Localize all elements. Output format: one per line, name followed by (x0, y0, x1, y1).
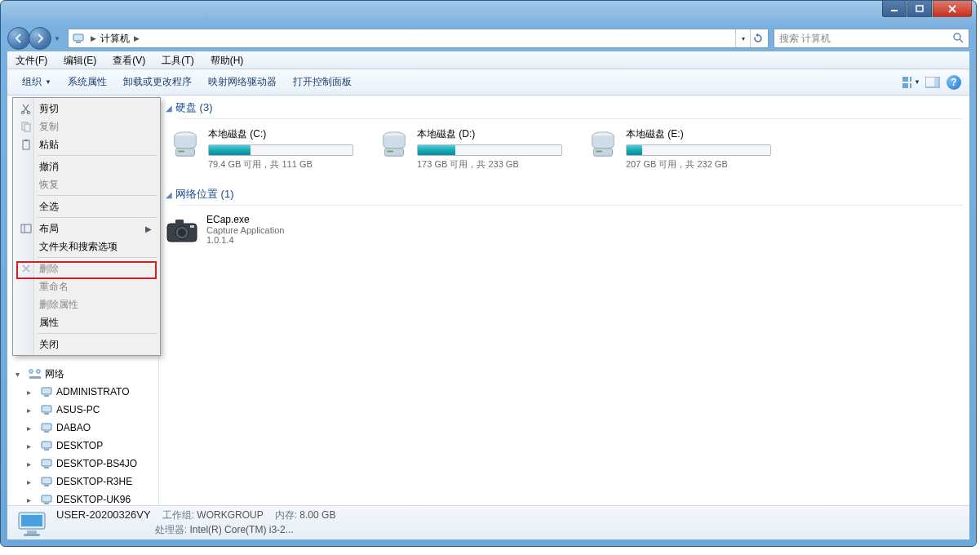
menu-tools[interactable]: 工具(T) (158, 52, 197, 69)
breadcrumb-sep-icon[interactable]: ▶ (88, 34, 99, 42)
organize-button[interactable]: 组织 ▼ (14, 72, 60, 92)
menu-view[interactable]: 查看(V) (109, 52, 149, 69)
organize-dropdown: 剪切 复制 粘贴 撤消 恢复 全选 布局 ▶ 文件夹和搜索选项 (12, 97, 161, 356)
copy-icon (20, 120, 33, 133)
tree-computer-item[interactable]: ▸ADMINISTRATO (7, 383, 158, 401)
menu-help[interactable]: 帮助(H) (207, 52, 247, 69)
computer-icon (72, 32, 85, 45)
breadcrumb-sep-icon[interactable]: ▶ (131, 34, 142, 42)
menu-remove-properties[interactable]: 删除属性 (15, 295, 158, 313)
preview-pane-button[interactable] (924, 73, 942, 91)
menu-folder-search-options[interactable]: 文件夹和搜索选项 (15, 238, 158, 255)
menu-redo[interactable]: 恢复 (15, 175, 158, 193)
menu-delete[interactable]: 删除 (15, 260, 158, 278)
svg-point-4 (954, 33, 960, 40)
nav-bar: ▼ ▶ 计算机 ▶ ▾ 搜索 计算机 (1, 25, 976, 51)
svg-rect-3 (76, 42, 81, 43)
minimize-button[interactable] (882, 1, 907, 17)
drive-name: 本地磁盘 (C:) (208, 127, 361, 141)
computer-icon (40, 404, 53, 415)
menu-delete-label: 删除 (39, 262, 59, 276)
menu-rename[interactable]: 重命名 (15, 278, 158, 295)
computer-icon (40, 476, 53, 487)
menu-file[interactable]: 文件(F) (12, 52, 51, 69)
svg-rect-28 (44, 503, 49, 504)
address-dropdown-button[interactable]: ▾ (735, 29, 750, 47)
svg-point-40 (178, 229, 186, 237)
network-group-header[interactable]: ◢ 网络位置 (1) (159, 182, 969, 205)
help-button[interactable]: ? (945, 73, 963, 91)
system-properties-button[interactable]: 系统属性 (60, 72, 115, 92)
menu-undo[interactable]: 撤消 (15, 158, 158, 175)
tree-computer-item[interactable]: ▸DESKTOP-UK96 (7, 491, 158, 505)
menu-properties[interactable]: 属性 (15, 313, 158, 331)
svg-rect-20 (44, 431, 49, 433)
expand-arrow-icon[interactable]: ▸ (27, 424, 35, 433)
expand-arrow-icon[interactable]: ▸ (27, 406, 35, 415)
svg-rect-7 (910, 77, 911, 82)
address-bar[interactable]: ▶ 计算机 ▶ ▾ (68, 29, 769, 48)
menu-paste[interactable]: 粘贴 (15, 135, 158, 153)
forward-button[interactable] (29, 27, 51, 50)
drives-group-header[interactable]: ◢ 硬盘 (3) (159, 95, 969, 118)
view-mode-button[interactable]: ▼ (902, 73, 920, 91)
drive-item[interactable]: 本地磁盘 (D:)173 GB 可用，共 233 GB (375, 124, 574, 174)
nav-history-dropdown[interactable]: ▼ (51, 27, 63, 50)
menu-remove-props-label: 删除属性 (39, 298, 78, 312)
menu-redo-label: 恢复 (39, 178, 59, 192)
expand-arrow-icon[interactable]: ▸ (27, 442, 35, 451)
tree-label: DABAO (56, 422, 91, 433)
close-button[interactable] (933, 1, 972, 17)
svg-rect-24 (44, 467, 49, 468)
menu-copy[interactable]: 复制 (15, 118, 158, 135)
main-pane[interactable]: ◢ 硬盘 (3) 本地磁盘 (C:)79.4 GB 可用，共 111 GB本地磁… (159, 95, 969, 505)
network-item[interactable]: ECap.exe Capture Application 1.0.1.4 (159, 211, 969, 250)
status-workgroup-value: WORKGROUP (197, 509, 263, 521)
tree-label: 网络 (45, 367, 64, 381)
refresh-button[interactable] (750, 29, 765, 47)
drive-item[interactable]: 本地磁盘 (C:)79.4 GB 可用，共 111 GB (166, 124, 365, 174)
tree-computer-item[interactable]: ▸ASUS-PC (7, 401, 158, 419)
menu-close[interactable]: 关闭 (15, 335, 158, 353)
view-icon (902, 77, 911, 88)
menu-select-all[interactable]: 全选 (15, 198, 158, 215)
drive-icon (378, 127, 410, 160)
svg-rect-42 (190, 225, 194, 228)
menu-layout[interactable]: 布局 ▶ (15, 220, 158, 238)
tree-computer-item[interactable]: ▸DESKTOP-R3HE (7, 473, 158, 491)
tree-network-root[interactable]: ▾ 网络 (7, 365, 158, 383)
drive-name: 本地磁盘 (E:) (626, 127, 779, 141)
tree-computer-item[interactable]: ▸DESKTOP-BS4JO (7, 455, 158, 473)
expand-arrow-icon[interactable]: ▾ (16, 370, 24, 379)
menu-cut[interactable]: 剪切 (15, 100, 158, 118)
menu-undo-label: 撤消 (39, 160, 59, 174)
drive-item[interactable]: 本地磁盘 (E:)207 GB 可用，共 232 GB (583, 124, 783, 174)
address-right-controls: ▾ (735, 29, 765, 47)
svg-rect-11 (934, 78, 938, 87)
back-button[interactable] (7, 27, 30, 50)
uninstall-change-button[interactable]: 卸载或更改程序 (115, 72, 200, 92)
expand-arrow-icon[interactable]: ▸ (27, 388, 35, 397)
map-network-drive-button[interactable]: 映射网络驱动器 (200, 72, 285, 92)
status-workgroup-label: 工作组: (162, 509, 194, 521)
search-box[interactable]: 搜索 计算机 (774, 29, 969, 48)
expand-arrow-icon[interactable]: ▸ (27, 495, 35, 504)
svg-rect-0 (891, 10, 898, 11)
status-cpu-value: Intel(R) Core(TM) i3-2... (189, 524, 293, 535)
open-control-panel-button[interactable]: 打开控制面板 (285, 72, 360, 92)
expand-arrow-icon[interactable]: ▸ (27, 460, 35, 468)
tree-computer-item[interactable]: ▸DESKTOP (7, 437, 158, 455)
svg-rect-41 (175, 220, 184, 224)
breadcrumb-computer[interactable]: 计算机 (99, 32, 131, 46)
help-icon: ? (947, 75, 961, 90)
tree-computer-item[interactable]: ▸DABAO (7, 419, 158, 437)
menu-edit[interactable]: 编辑(E) (60, 52, 100, 69)
drive-usage-bar (208, 144, 353, 156)
organize-label: 组织 (22, 75, 42, 89)
svg-rect-17 (42, 406, 51, 412)
maximize-button[interactable] (907, 1, 932, 17)
expand-arrow-icon[interactable]: ▸ (27, 477, 35, 486)
svg-rect-25 (42, 477, 51, 484)
svg-rect-54 (24, 534, 40, 536)
close-icon (948, 5, 956, 13)
